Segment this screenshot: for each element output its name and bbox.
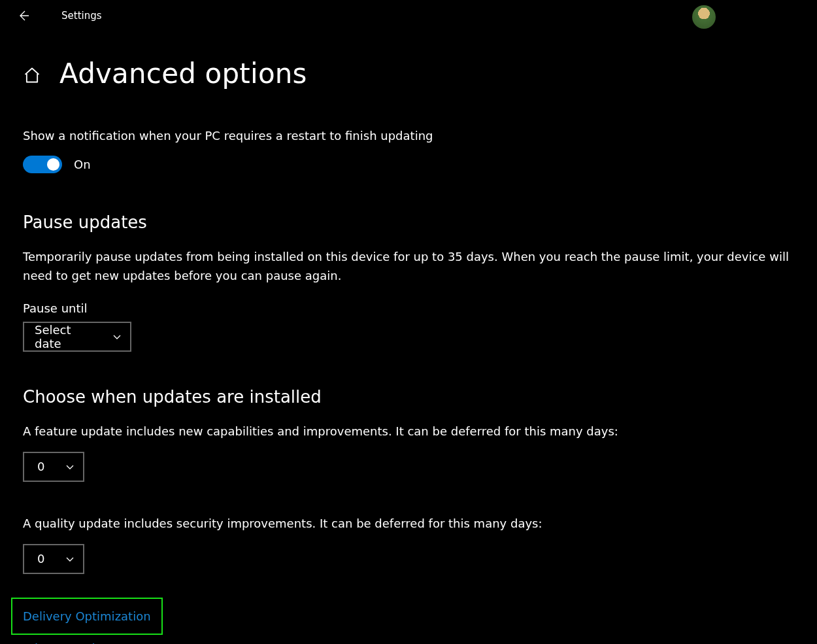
schedule-heading: Choose when updates are installed <box>23 387 794 407</box>
feature-update-days-value: 0 <box>37 460 44 473</box>
content-area: Advanced options Show a notification whe… <box>0 31 817 644</box>
pause-until-value: Select date <box>35 323 100 350</box>
back-button[interactable] <box>10 3 37 29</box>
chevron-down-icon <box>65 554 75 564</box>
page-title: Advanced options <box>59 58 307 90</box>
chevron-down-icon <box>65 462 75 472</box>
notification-toggle-state: On <box>74 158 91 171</box>
toggle-knob <box>47 158 59 171</box>
notification-toggle-label: Show a notification when your PC require… <box>23 127 794 144</box>
notification-toggle[interactable] <box>23 156 62 173</box>
pause-updates-description: Temporarily pause updates from being ins… <box>23 248 794 286</box>
home-button[interactable] <box>23 63 41 84</box>
user-avatar[interactable] <box>692 5 716 29</box>
feature-update-text: A feature update includes new capabiliti… <box>23 422 794 440</box>
pause-until-label: Pause until <box>23 301 794 315</box>
pause-until-dropdown[interactable]: Select date <box>23 322 131 352</box>
quality-update-days-value: 0 <box>37 552 44 566</box>
pause-updates-heading: Pause updates <box>23 212 794 232</box>
quality-update-days-dropdown[interactable]: 0 <box>23 544 84 574</box>
page-header: Advanced options <box>23 58 794 90</box>
chevron-down-icon <box>112 331 122 342</box>
delivery-optimization-highlight: Delivery Optimization <box>11 598 163 635</box>
notification-toggle-row: On <box>23 156 794 173</box>
home-icon <box>23 66 41 84</box>
arrow-left-icon <box>17 9 30 22</box>
privacy-settings-link[interactable]: Privacy settings <box>23 641 116 644</box>
quality-update-text: A quality update includes security impro… <box>23 515 794 532</box>
titlebar: Settings <box>0 0 817 31</box>
delivery-optimization-link[interactable]: Delivery Optimization <box>23 609 151 623</box>
app-title: Settings <box>61 10 102 22</box>
links-block: Delivery Optimization Privacy settings <box>23 598 794 644</box>
feature-update-days-dropdown[interactable]: 0 <box>23 452 84 482</box>
